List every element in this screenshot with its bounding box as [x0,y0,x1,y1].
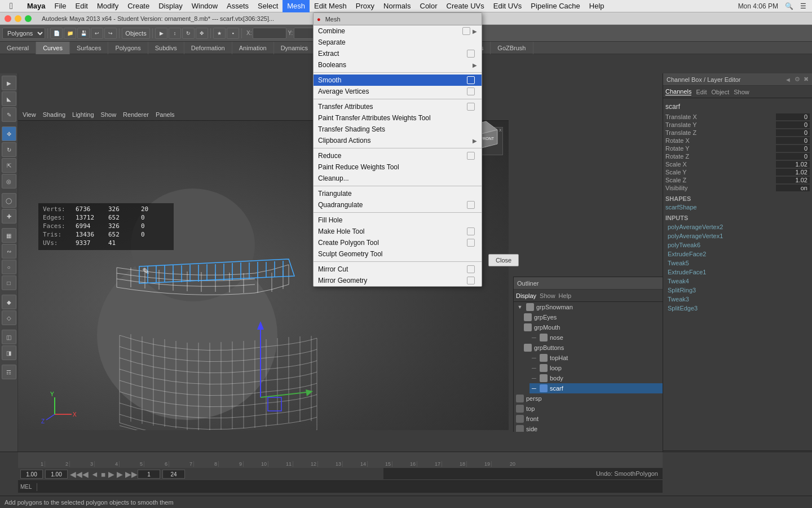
input-splitedge3[interactable]: SplitEdge3 [665,304,810,313]
timeline[interactable]: 1 2 3 4 5 6 7 8 9 10 11 12 13 14 15 16 1… [18,452,663,468]
menu-item-paint-reduce[interactable]: Paint Reduce Weights Tool [314,161,482,173]
minimize-button[interactable] [15,15,21,22]
np-tab-help[interactable]: Help [559,292,572,299]
menu-window[interactable]: Window [187,0,222,12]
menu-item-sculpt[interactable]: Sculpt Geometry Tool [314,248,482,260]
scale-tool-btn[interactable]: ⇱ [2,158,16,173]
node-grpEyes[interactable]: grpEyes [522,312,663,322]
mel-input[interactable] [39,484,660,491]
vp-shading-menu[interactable]: Shading [43,111,65,118]
redo-btn[interactable]: ↪ [104,28,117,39]
close-menu-icon[interactable]: ● [317,16,321,23]
input-polytweak6[interactable]: polyTweak6 [665,240,810,249]
menu-color[interactable]: Color [416,0,442,12]
tab-curves[interactable]: Curves [36,42,70,54]
np-tab-show[interactable]: Show [540,292,555,299]
cb-shape-item[interactable]: scarfShape [665,203,810,211]
menu-select[interactable]: Select [253,0,283,12]
menu-createuvs[interactable]: Create UVs [442,0,489,12]
snap-point-btn[interactable]: ○ [2,260,16,274]
cb-val-rotatez[interactable]: 0 [776,153,810,160]
cb-val-rotatex[interactable]: 0 [776,137,810,144]
render-btn[interactable]: ★ [213,28,226,39]
next-btn[interactable]: ▶▶ [125,470,135,479]
vp-renderer-menu[interactable]: Renderer [123,111,149,118]
menu-item-clipboard[interactable]: Clipboard Actions ▶ [314,135,482,146]
new-scene-btn[interactable]: 📄 [50,28,63,39]
objects-btn[interactable]: Objects [122,28,150,39]
node-front[interactable]: front [514,414,663,424]
tab-deformation[interactable]: Deformation [184,42,232,54]
frame-val-input[interactable] [138,470,160,479]
cb-val-rotatey[interactable]: 0 [776,145,810,152]
cb-tab-channels[interactable]: Channels [665,88,691,95]
vp-lighting-menu[interactable]: Lighting [72,111,94,118]
frame-end-input[interactable] [162,470,185,479]
node-topHat[interactable]: ─ topHat [529,353,663,363]
select-tool[interactable]: ▶ [155,28,167,39]
cb-tab-show[interactable]: Show [734,89,749,95]
step-back-btn[interactable]: ◀ [82,470,89,479]
vp-show-menu[interactable]: Show [101,111,117,118]
menu-help[interactable]: Help [585,0,609,12]
menu-edituvs[interactable]: Edit UVs [489,0,527,12]
menu-item-extract[interactable]: Extract [314,48,482,59]
apple-menu[interactable]:  [0,1,23,11]
node-side[interactable]: side [514,424,663,432]
universal-tool-btn[interactable]: ◎ [2,174,16,189]
cb-val-translatez[interactable]: 0 [776,129,810,136]
menu-item-combine[interactable]: Combine ▶ [314,25,482,37]
node-top[interactable]: top [514,404,663,414]
menu-edit[interactable]: Edit [70,0,92,12]
rotate-tool-btn[interactable]: ↻ [2,142,16,157]
render-preview-btn[interactable]: ◆ [2,295,16,309]
cb-close[interactable]: ✖ [804,76,809,83]
open-btn[interactable]: 📁 [64,28,76,39]
ipr-render-btn[interactable]: ◇ [2,310,16,325]
input-extrudeface1[interactable]: ExtrudeFace1 [665,268,810,277]
frame-start-input[interactable] [20,470,43,479]
menu-editmesh[interactable]: Edit Mesh [310,0,351,12]
lasso-tool-btn[interactable]: ◣ [2,91,16,106]
cb-val-translatex[interactable]: 0 [776,113,810,120]
menu-item-average-verts[interactable]: Average Vertices [314,86,482,97]
menu-item-make-hole[interactable]: Make Hole Tool [314,226,482,237]
list-icon[interactable]: ☰ [800,2,806,10]
anim-layer-btn[interactable]: ◨ [2,345,16,360]
menu-modify[interactable]: Modify [92,0,123,12]
menu-assets[interactable]: Assets [222,0,253,12]
menu-item-mirror-cut[interactable]: Mirror Cut [314,264,482,275]
menu-proxy[interactable]: Proxy [351,0,379,12]
node-loop[interactable]: ─ loop [529,363,663,373]
maximize-button[interactable] [25,15,32,22]
mode-dropdown[interactable]: Polygons [2,28,45,39]
tab-general[interactable]: General [0,42,36,54]
snap-curve-btn[interactable]: ∾ [2,244,16,259]
vp-view-menu[interactable]: View [23,111,36,118]
smooth-close-button[interactable]: Close [488,254,519,266]
input-tweak3[interactable]: Tweak3 [665,295,810,304]
cb-val-visibility[interactable]: on [776,185,810,191]
menu-item-smooth[interactable]: Smooth [314,75,482,86]
display-layer-btn[interactable]: ◫ [2,330,16,344]
rotate-tool[interactable]: ↻ [182,28,195,39]
prev-btn[interactable]: ◀◀ [70,470,80,479]
cb-val-translatey[interactable]: 0 [776,121,810,128]
step-fwd-btn[interactable]: ▶ [117,470,123,479]
cb-arrow-left[interactable]: ◄ [785,76,791,83]
menu-item-cleanup[interactable]: Cleanup... [314,173,482,184]
undo-btn[interactable]: ↩ [91,28,103,39]
cb-object-name[interactable]: scarf [665,103,810,111]
input-splitring3[interactable]: SplitRing3 [665,286,810,295]
input-tweak5[interactable]: Tweak5 [665,259,810,268]
play-fwd-btn[interactable]: ▶ [108,470,114,479]
node-nose[interactable]: ─ nose [529,332,663,343]
menu-item-quadrangulate[interactable]: Quadrangulate [314,199,482,211]
menu-item-transfer-attr[interactable]: Transfer Attributes [314,101,482,112]
menu-normals[interactable]: Normals [379,0,415,12]
soft-sel-btn[interactable]: ◯ [2,193,16,208]
show-manip-btn[interactable]: ✚ [2,209,16,224]
menu-item-triangulate[interactable]: Triangulate [314,188,482,199]
select-tool-btn[interactable]: ▶ [2,76,16,90]
paint-tool-btn[interactable]: ✎ [2,107,16,122]
